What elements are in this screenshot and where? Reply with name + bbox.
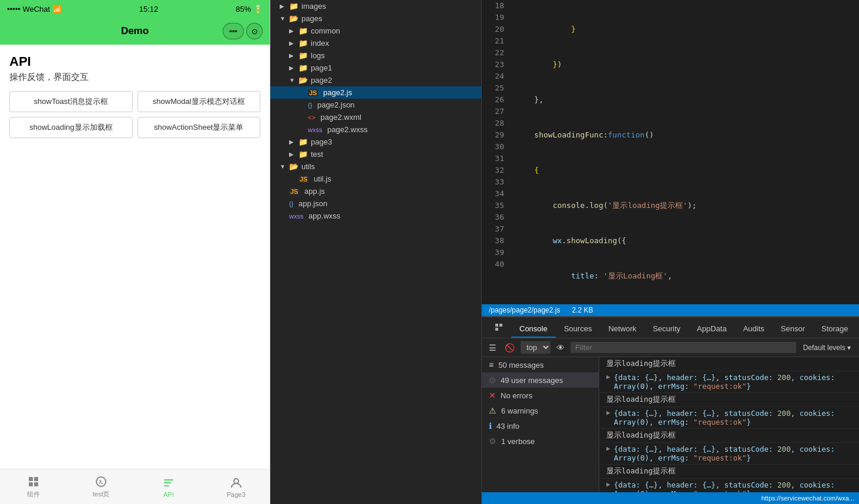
show-actionsheet-button[interactable]: showActionSheet显示菜单 (137, 117, 261, 138)
nav-item-components[interactable]: 组件 (0, 469, 68, 504)
tree-arrow: ▶ (289, 40, 298, 46)
tab-network[interactable]: Network (600, 321, 645, 338)
console-filter-input[interactable] (571, 342, 796, 353)
show-loading-button[interactable]: showLoading显示加载框 (9, 117, 133, 138)
context-selector[interactable]: top (521, 341, 551, 354)
clear-console-button[interactable]: 🚫 (502, 342, 517, 354)
log-text: 显示loading提示框 (606, 359, 852, 369)
devtools-tab-icon[interactable] (486, 320, 511, 338)
log-text: {data: {…}, header: {…}, statusCode: 200… (614, 409, 852, 426)
expand-arrow[interactable]: ▶ (606, 445, 610, 452)
wxss-icon: wxss (308, 126, 322, 133)
folder-icon: 📁 (298, 39, 308, 48)
svg-rect-7 (499, 324, 502, 327)
show-toast-button[interactable]: showToast消息提示框 (9, 91, 133, 112)
signal-dots: ••••• (7, 5, 21, 14)
filter-label: 43 info (496, 422, 519, 431)
console-sidebar: ≡ 50 messages ⊙ 49 user messages ✕ No er… (482, 357, 599, 492)
filter-info[interactable]: ℹ 43 info (482, 418, 599, 434)
file-path: /pages/page2/page2.js (489, 306, 560, 314)
tree-folder-page1[interactable]: ▶ 📁 page1 (270, 62, 481, 74)
tree-folder-page2[interactable]: ▼ 📂 page2 (270, 74, 481, 86)
tree-file-page2json[interactable]: {} page2.json (270, 99, 481, 111)
tree-arrow: ▶ (289, 65, 298, 71)
tree-file-page2wxml[interactable]: <> page2.wxml (270, 111, 481, 123)
tree-arrow (298, 89, 308, 96)
tab-security[interactable]: Security (645, 321, 689, 338)
tab-sensor[interactable]: Sensor (773, 321, 813, 338)
tab-appdata[interactable]: AppData (689, 321, 735, 338)
folder-icon: 📁 (289, 2, 298, 11)
nav-title: Demo (121, 25, 149, 37)
mobile-content: API 操作反馈，界面交互 showToast消息提示框 showModal显示… (0, 45, 270, 469)
tree-folder-index[interactable]: ▶ 📁 index (270, 37, 481, 49)
tree-folder-logs[interactable]: ▶ 📁 logs (270, 49, 481, 62)
nav-item-page3[interactable]: Page3 (202, 469, 270, 504)
record-button[interactable]: ⊙ (246, 23, 263, 39)
folder-icon: 📂 (289, 14, 298, 23)
tree-label: page3 (311, 137, 481, 146)
tree-arrow: ▶ (289, 139, 298, 145)
show-modal-button[interactable]: showModal显示模态对话框 (137, 91, 261, 112)
eye-toggle-button[interactable]: 👁 (554, 342, 567, 354)
tree-file-appjs[interactable]: JS app.js (270, 185, 481, 197)
svg-rect-1 (34, 477, 38, 481)
filter-user-messages[interactable]: ⊙ 49 user messages (482, 372, 599, 388)
filter-label: 49 user messages (501, 376, 563, 385)
js-icon: JS (298, 176, 308, 183)
expand-arrow[interactable]: ▶ (606, 481, 610, 488)
status-footer: https://servicewechat.com/wxa... (482, 492, 859, 504)
tree-arrow (298, 126, 308, 133)
levels-dropdown-button[interactable]: Default levels ▾ (800, 342, 854, 353)
tree-file-utiljs[interactable]: JS util.js (270, 173, 481, 185)
warning-icon: ⚠ (489, 406, 496, 415)
tree-file-appwxss[interactable]: wxss app.wxss (270, 210, 481, 222)
tab-sources[interactable]: Sources (556, 321, 600, 338)
filter-all-messages[interactable]: ≡ 50 messages (482, 357, 599, 372)
tree-file-page2wxss[interactable]: wxss page2.wxss (270, 123, 481, 136)
tree-folder-utils[interactable]: ▼ 📂 utils (270, 160, 481, 173)
nav-item-test[interactable]: test页 (68, 469, 135, 504)
tree-label: util.js (314, 174, 481, 183)
tree-arrow (280, 213, 289, 219)
api-subtitle: 操作反馈，界面交互 (9, 72, 260, 83)
footer-url: https://servicewechat.com/wxa... (761, 495, 854, 502)
tree-label: app.json (298, 199, 481, 208)
menu-button[interactable]: ••• (223, 23, 244, 39)
file-info-bar: /pages/page2/page2.js 2.2 KB (482, 304, 859, 316)
time-display: 15:12 (139, 5, 159, 14)
filter-verbose[interactable]: ⚙ 1 verbose (482, 434, 599, 449)
console-log-area: 显示loading提示框 ▶ {data: {…}, header: {…}, … (599, 357, 859, 492)
filter-warnings[interactable]: ⚠ 6 warnings (482, 403, 599, 418)
tab-trace[interactable]: Trace (857, 321, 859, 338)
sidebar-toggle-button[interactable]: ☰ (486, 342, 499, 354)
tree-folder-test[interactable]: ▶ 📁 test (270, 148, 481, 160)
tree-file-appjson[interactable]: {} app.json (270, 197, 481, 210)
nav-bar: Demo ••• ⊙ (0, 18, 270, 45)
code-editor-panel: 1819202122 2324252627 2829303132 3334353… (482, 0, 859, 504)
nav-label-test: test页 (93, 490, 110, 499)
tree-folder-page3[interactable]: ▶ 📁 page3 (270, 136, 481, 148)
expand-arrow[interactable]: ▶ (606, 409, 610, 416)
svg-point-5 (234, 479, 239, 483)
tree-label: test (311, 150, 481, 159)
tree-folder-common[interactable]: ▶ 📁 common (270, 25, 481, 37)
tree-folder-pages[interactable]: ▼ 📂 pages (270, 12, 481, 25)
filter-label: No errors (501, 391, 532, 400)
tab-console[interactable]: Console (511, 321, 556, 338)
svg-rect-3 (34, 482, 38, 486)
log-entry: ▶ {data: {…}, header: {…}, statusCode: 2… (599, 407, 859, 429)
nav-item-api[interactable]: API (135, 469, 203, 504)
expand-arrow[interactable]: ▶ (606, 373, 610, 381)
tree-file-page2js[interactable]: JS page2.js (270, 86, 481, 99)
tree-label: pages (301, 14, 481, 23)
tab-audits[interactable]: Audits (735, 321, 773, 338)
nav-label-components: 组件 (27, 490, 40, 499)
filter-errors[interactable]: ✕ No errors (482, 388, 599, 403)
tree-folder-images[interactable]: ▶ 📁 images (270, 0, 481, 12)
mobile-panel: ••••• WeChat 📶 15:12 85% 🔋 Demo ••• ⊙ AP… (0, 0, 270, 504)
console-body: ≡ 50 messages ⊙ 49 user messages ✕ No er… (482, 357, 859, 492)
wifi-icon: 📶 (52, 5, 62, 14)
test-icon (94, 475, 108, 489)
tab-storage[interactable]: Storage (813, 321, 857, 338)
